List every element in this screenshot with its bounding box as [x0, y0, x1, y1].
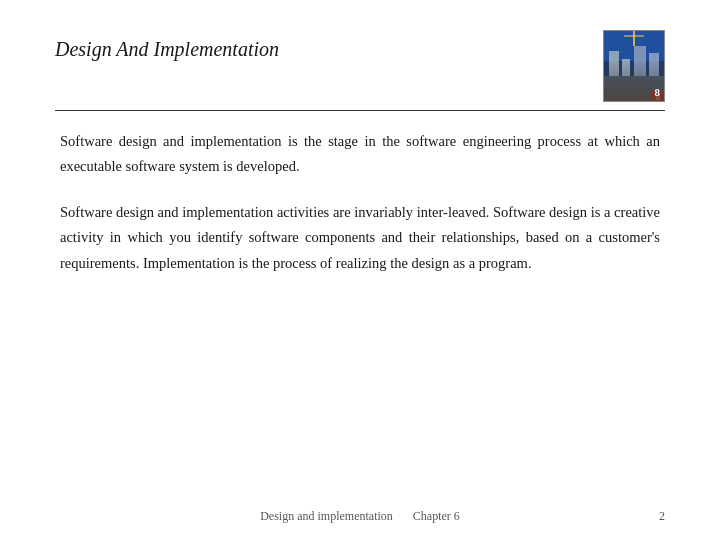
slide-header: Design And Implementation 8 [55, 30, 665, 111]
svg-rect-2 [609, 51, 619, 76]
footer-topic: Design and implementation [260, 509, 393, 524]
svg-text:8: 8 [656, 93, 661, 102]
slide-footer: Design and implementation Chapter 6 2 [0, 509, 720, 524]
svg-rect-6 [604, 76, 665, 102]
svg-rect-9 [652, 91, 664, 102]
svg-rect-5 [649, 53, 659, 76]
slide-content: Software design and implementation is th… [55, 129, 665, 276]
footer-page-number: 2 [659, 509, 665, 524]
footer-chapter: Chapter 6 [413, 509, 460, 524]
page-container: Design And Implementation 8 [0, 0, 720, 540]
paragraph-2: Software design and implementation activ… [60, 200, 660, 276]
paragraph-1: Software design and implementation is th… [60, 129, 660, 180]
svg-rect-4 [634, 46, 646, 76]
cover-image: 8 [603, 30, 665, 102]
footer-center: Design and implementation Chapter 6 [260, 509, 460, 524]
slide-title: Design And Implementation [55, 30, 279, 61]
svg-rect-3 [622, 59, 630, 76]
